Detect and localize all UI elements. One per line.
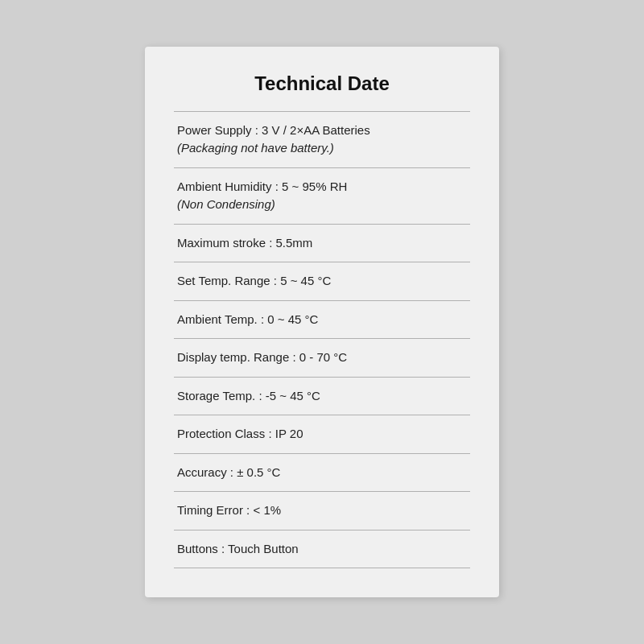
- spec-line1-timing-error: Timing Error : < 1%: [177, 503, 281, 517]
- spec-list: Power Supply : 3 V / 2×AA Batteries(Pack…: [174, 111, 470, 569]
- spec-item-power-supply: Power Supply : 3 V / 2×AA Batteries(Pack…: [174, 111, 470, 167]
- spec-item-timing-error: Timing Error : < 1%: [174, 491, 470, 530]
- spec-line2-ambient-humidity: (Non Condensing): [177, 196, 467, 214]
- technical-date-card: Technical Date Power Supply : 3 V / 2×AA…: [145, 47, 499, 598]
- spec-item-protection-class: Protection Class : IP 20: [174, 415, 470, 453]
- spec-line1-ambient-temp: Ambient Temp. : 0 ~ 45 °C: [177, 312, 318, 326]
- spec-item-storage-temp: Storage Temp. : -5 ~ 45 °C: [174, 377, 470, 415]
- spec-line1-display-temp-range: Display temp. Range : 0 - 70 °C: [177, 350, 347, 364]
- spec-line2-power-supply: (Packaging not have battery.): [177, 139, 467, 158]
- spec-item-buttons: Buttons : Touch Button: [174, 530, 470, 569]
- spec-line1-set-temp-range: Set Temp. Range : 5 ~ 45 °C: [177, 274, 331, 287]
- spec-line1-ambient-humidity: Ambient Humidity : 5 ~ 95% RH: [177, 180, 347, 193]
- spec-line1-maximum-stroke: Maximum stroke : 5.5mm: [177, 236, 312, 250]
- spec-item-ambient-humidity: Ambient Humidity : 5 ~ 95% RH(Non Conden…: [174, 167, 470, 224]
- spec-line1-buttons: Buttons : Touch Button: [177, 542, 299, 555]
- spec-line1-accuracy: Accuracy : ± 0.5 °C: [177, 465, 280, 479]
- spec-line1-power-supply: Power Supply : 3 V / 2×AA Batteries: [177, 123, 370, 137]
- spec-item-display-temp-range: Display temp. Range : 0 - 70 °C: [174, 338, 470, 377]
- spec-item-ambient-temp: Ambient Temp. : 0 ~ 45 °C: [174, 300, 470, 339]
- spec-item-accuracy: Accuracy : ± 0.5 °C: [174, 453, 470, 492]
- spec-item-set-temp-range: Set Temp. Range : 5 ~ 45 °C: [174, 262, 470, 300]
- spec-line1-storage-temp: Storage Temp. : -5 ~ 45 °C: [177, 389, 320, 402]
- spec-item-maximum-stroke: Maximum stroke : 5.5mm: [174, 224, 470, 262]
- spec-line1-protection-class: Protection Class : IP 20: [177, 427, 303, 440]
- card-title: Technical Date: [174, 72, 470, 95]
